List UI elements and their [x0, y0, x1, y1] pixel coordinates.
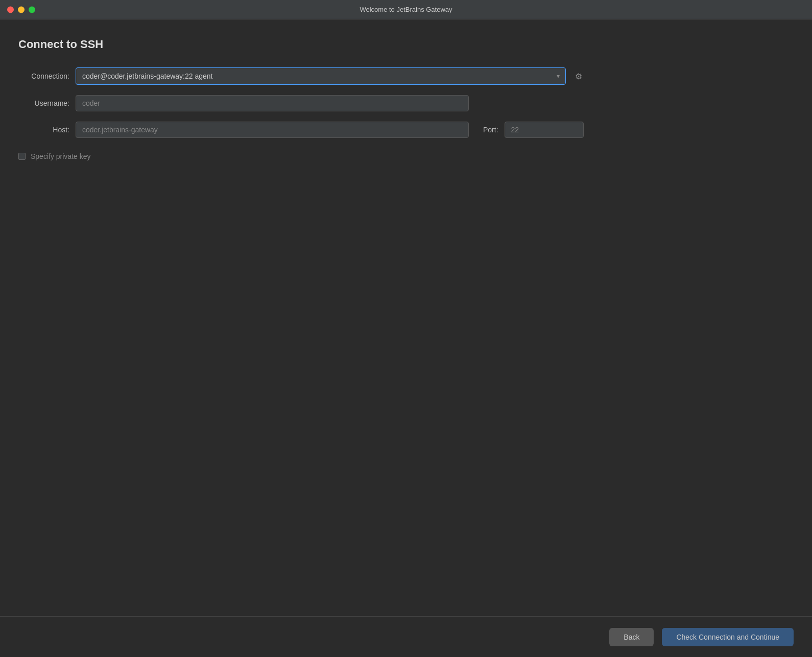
back-button[interactable]: Back [609, 628, 654, 646]
username-row: Username: [18, 95, 794, 111]
connection-label: Connection: [18, 72, 69, 80]
gear-button[interactable]: ⚙ [572, 68, 585, 84]
host-input[interactable] [76, 122, 469, 138]
private-key-row: Specify private key [18, 152, 794, 160]
host-label: Host: [18, 126, 69, 134]
window-title: Welcome to JetBrains Gateway [360, 6, 452, 13]
gear-icon: ⚙ [575, 72, 582, 81]
minimize-button[interactable] [18, 6, 25, 13]
connection-row: Connection: coder@coder.jetbrains-gatewa… [18, 67, 794, 85]
main-content: Connect to SSH Connection: coder@coder.j… [0, 19, 812, 616]
username-label: Username: [18, 99, 69, 107]
check-connection-continue-button[interactable]: Check Connection and Continue [662, 628, 794, 646]
connection-select[interactable]: coder@coder.jetbrains-gateway:22 agent [76, 67, 566, 85]
host-row: Host: Port: [18, 122, 794, 138]
connection-select-wrapper: coder@coder.jetbrains-gateway:22 agent ▾ [76, 67, 566, 85]
close-button[interactable] [7, 6, 14, 13]
specify-private-key-checkbox[interactable] [18, 153, 26, 160]
bottom-bar: Back Check Connection and Continue [0, 616, 812, 657]
port-input[interactable] [505, 122, 584, 138]
maximize-button[interactable] [29, 6, 35, 13]
specify-private-key-label[interactable]: Specify private key [31, 152, 91, 160]
title-bar: Welcome to JetBrains Gateway [0, 0, 812, 19]
username-input[interactable] [76, 95, 469, 111]
traffic-lights [7, 6, 35, 13]
form-section: Connection: coder@coder.jetbrains-gatewa… [18, 67, 794, 160]
port-label: Port: [483, 126, 498, 134]
spacer [18, 160, 794, 616]
page-title: Connect to SSH [18, 38, 794, 51]
